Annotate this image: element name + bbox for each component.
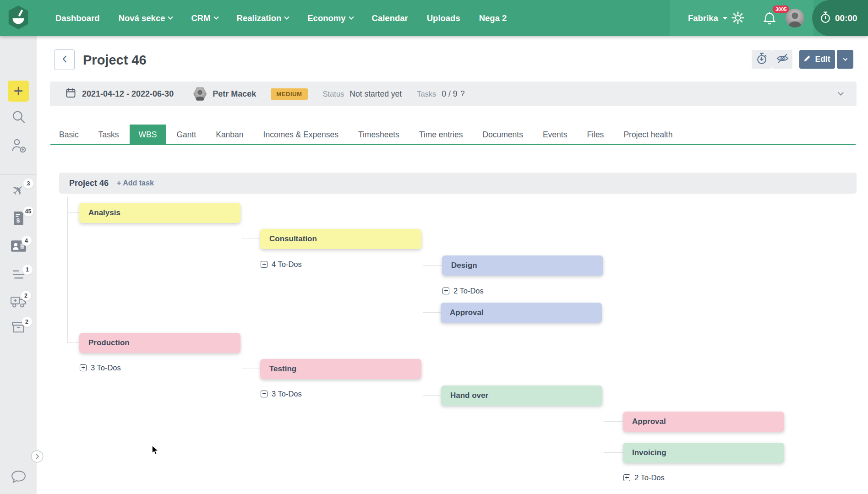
main-navigation: Dashboard Nová sekce CRM Realization Eco… <box>55 0 507 36</box>
todos-expander[interactable]: 3 To-Dos <box>261 388 302 399</box>
wbs-node-approval[interactable]: Approval <box>441 303 602 323</box>
sidebar-item-trips[interactable]: ✈ 3 <box>0 183 37 198</box>
nav-item-nova-sekce[interactable]: Nová sekce <box>119 13 173 23</box>
todos-expander[interactable]: 2 To-Dos <box>623 472 665 483</box>
tree-connector <box>67 213 79 343</box>
sidebar-item-invoices[interactable]: $ 45 <box>0 211 37 228</box>
nav-item-uploads[interactable]: Uploads <box>427 13 460 23</box>
app-logo[interactable] <box>0 0 37 36</box>
eye-slash-icon <box>776 53 789 66</box>
plus-square-icon <box>261 261 267 268</box>
project-owner: Petr Macek <box>213 89 256 99</box>
project-tabs: Basic Tasks WBS Gantt Kanban Incomes & E… <box>50 125 856 145</box>
plus-square-icon <box>80 364 87 371</box>
tab-gantt[interactable]: Gantt <box>176 125 196 144</box>
chevron-down-icon <box>843 56 847 61</box>
nav-item-realization[interactable]: Realization <box>237 13 289 23</box>
add-task-link[interactable]: + Add task <box>117 179 154 187</box>
tab-kanban[interactable]: Kanban <box>216 125 243 144</box>
tree-connector <box>423 266 441 313</box>
collapse-chevron-icon[interactable] <box>838 90 844 96</box>
left-sidebar: + ✈ 3 <box>0 36 37 494</box>
wbs-node-consultation[interactable]: Consultation <box>260 229 421 249</box>
edit-button[interactable]: Edit <box>799 50 835 69</box>
invoice-dollar-icon: $ <box>12 219 25 227</box>
edit-dropdown-button[interactable] <box>837 50 853 69</box>
text-lines-icon <box>11 274 26 282</box>
tab-tasks[interactable]: Tasks <box>98 125 119 144</box>
chevron-left-icon <box>62 55 67 65</box>
track-time-button[interactable] <box>752 50 772 69</box>
plus-square-icon <box>261 391 267 397</box>
chat-button[interactable] <box>0 470 37 486</box>
tree-connector <box>604 422 623 453</box>
quick-add-button[interactable]: + <box>0 81 37 102</box>
plus-icon: + <box>8 81 29 102</box>
tab-wbs[interactable]: WBS <box>130 125 166 144</box>
back-button[interactable] <box>54 49 75 70</box>
tab-incomes-expenses[interactable]: Incomes & Expenses <box>263 125 338 144</box>
add-contact-button[interactable] <box>0 138 37 155</box>
count-badge: 2 <box>21 291 31 301</box>
page-title: Project 46 <box>83 53 147 68</box>
nav-item-crm[interactable]: CRM <box>191 13 218 23</box>
tab-files[interactable]: Files <box>587 125 604 144</box>
search-button[interactable] <box>0 109 37 126</box>
todos-expander[interactable]: 2 To-Dos <box>442 285 484 296</box>
workspace-selector[interactable]: Fabrika <box>688 0 727 36</box>
nav-item-economy[interactable]: Economy <box>307 13 353 23</box>
tab-timesheets[interactable]: Timesheets <box>358 125 399 144</box>
todos-expander[interactable]: 4 To-Dos <box>261 259 302 270</box>
time-tracker[interactable]: 00:00 <box>812 0 868 36</box>
wbs-node-testing[interactable]: Testing <box>260 359 421 379</box>
count-badge: 2 <box>22 317 32 327</box>
search-icon <box>11 109 26 126</box>
sidebar-expand-button[interactable] <box>31 450 44 463</box>
wbs-node-approval-2[interactable]: Approval <box>623 412 784 432</box>
chevron-right-icon <box>31 456 44 464</box>
chevron-down-icon <box>213 14 218 19</box>
main-content: Project 46 Ed <box>37 36 868 494</box>
plus-square-icon <box>623 474 630 481</box>
wbs-node-hand-over[interactable]: Hand over <box>441 385 602 406</box>
tab-events[interactable]: Events <box>543 125 568 144</box>
wbs-node-production[interactable]: Production <box>79 333 240 353</box>
stopwatch-icon <box>756 52 767 66</box>
nav-item-nega2[interactable]: Nega 2 <box>479 13 507 23</box>
project-date-range: 2021-04-12 - 2022-06-30 <box>82 89 174 99</box>
notifications-button[interactable] <box>763 11 776 27</box>
wbs-node-invoicing[interactable]: Invoicing <box>623 443 784 463</box>
nav-item-dashboard[interactable]: Dashboard <box>55 13 100 23</box>
owner-avatar <box>193 87 207 101</box>
tasks-help[interactable]: ? <box>460 90 464 98</box>
user-avatar[interactable] <box>786 9 804 27</box>
sidebar-item-notes[interactable]: 1 <box>0 269 37 282</box>
top-navbar: Dashboard Nová sekce CRM Realization Eco… <box>0 0 868 36</box>
count-badge: 4 <box>22 236 32 246</box>
todos-expander[interactable]: 3 To-Dos <box>80 362 121 373</box>
pencil-icon <box>804 54 811 64</box>
tab-time-entries[interactable]: Time entries <box>419 125 463 144</box>
sidebar-item-contacts[interactable]: 4 <box>0 240 37 254</box>
user-add-icon <box>11 138 27 155</box>
status-label: Status <box>323 90 344 98</box>
gear-icon <box>731 18 745 26</box>
app-screen: Dashboard Nová sekce CRM Realization Eco… <box>0 0 868 494</box>
hide-button[interactable] <box>772 50 792 69</box>
chevron-down-icon <box>723 17 727 20</box>
nav-item-calendar[interactable]: Calendar <box>372 13 408 23</box>
svg-text:$: $ <box>16 217 20 224</box>
stopwatch-icon <box>820 11 831 25</box>
tree-connector <box>242 223 260 239</box>
wbs-node-design[interactable]: Design <box>442 255 603 276</box>
tab-documents[interactable]: Documents <box>482 125 523 144</box>
sidebar-item-archive[interactable]: 2 <box>0 321 37 336</box>
sidebar-item-logistics[interactable]: 2 <box>0 295 37 311</box>
wbs-node-analysis[interactable]: Analysis <box>79 203 240 223</box>
tab-project-health[interactable]: Project health <box>623 125 672 144</box>
priority-badge: MEDIUM <box>271 88 307 100</box>
settings-button[interactable] <box>731 11 745 27</box>
tab-basic[interactable]: Basic <box>59 125 79 144</box>
count-badge: 45 <box>23 206 33 217</box>
tree-connector <box>423 249 442 266</box>
